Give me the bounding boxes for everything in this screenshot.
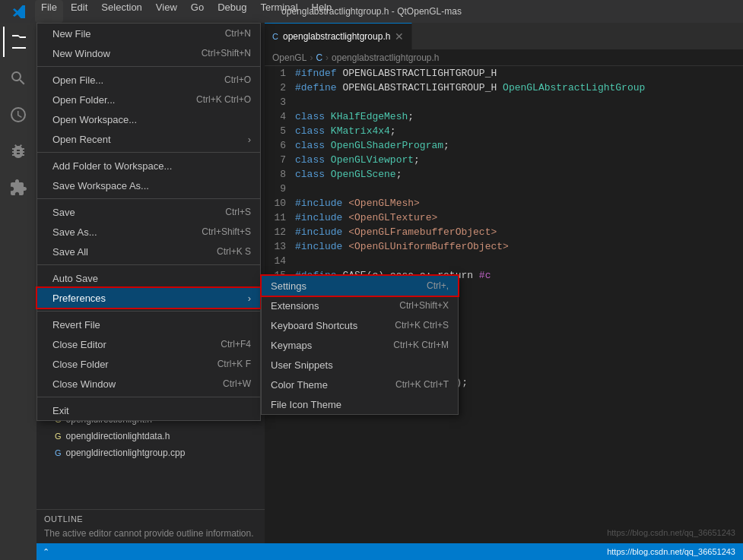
menu-new-file[interactable]: New File Ctrl+N — [37, 24, 260, 43]
pref-keymaps[interactable]: Keymaps Ctrl+K Ctrl+M — [262, 335, 458, 355]
code-line-11: 11 #include <OpenGLTexture> — [265, 210, 743, 225]
pref-extensions[interactable]: Extensions Ctrl+Shift+X — [262, 296, 458, 315]
menu-save-as[interactable]: Save As... Ctrl+Shift+S — [37, 222, 260, 242]
separator-1 — [37, 66, 260, 67]
menu-file[interactable]: File — [35, 0, 63, 23]
window-title: openglabstractlightgroup.h - QtOpenGL-ma… — [281, 6, 462, 17]
separator-5 — [37, 311, 260, 312]
statusbar-url: https://blog.csdn.net/qq_36651243 — [607, 547, 735, 556]
code-line-4: 4 class KHalfEdgeMesh; — [265, 109, 743, 124]
breadcrumb-sep-1: › — [310, 52, 313, 63]
menu-open-recent[interactable]: Open Recent › — [37, 129, 260, 149]
git-icon[interactable] — [3, 100, 33, 130]
separator-4 — [37, 264, 260, 265]
separator-3 — [37, 198, 260, 199]
outline-empty-text: The active editor cannot provide outline… — [44, 528, 257, 539]
code-line-3: 3 — [265, 95, 743, 109]
menu-save-workspace-as[interactable]: Save Workspace As... — [37, 176, 260, 195]
menu-revert-file[interactable]: Revert File — [37, 315, 260, 334]
file-item-4[interactable]: G opengldirectionlightgroup.cpp — [37, 445, 265, 461]
file-item-3[interactable]: G opengldirectionlightdata.h — [37, 428, 265, 445]
extensions-icon[interactable] — [3, 172, 33, 203]
tab-label: openglabstractlightgroup.h — [283, 31, 390, 42]
menu-open-folder[interactable]: Open Folder... Ctrl+K Ctrl+O — [37, 90, 260, 109]
menu-debug[interactable]: Debug — [211, 0, 252, 23]
pref-file-icon-theme[interactable]: File Icon Theme — [262, 394, 458, 414]
activity-bar — [0, 23, 37, 560]
tab-file-icon: C — [272, 32, 278, 41]
menu-add-folder[interactable]: Add Folder to Workspace... — [37, 156, 260, 176]
outline-title: OUTLINE — [44, 514, 257, 524]
outline-panel: OUTLINE The active editor cannot provide… — [37, 509, 265, 543]
breadcrumb: OpenGL › C › openglabstractlightgroup.h — [265, 49, 743, 66]
code-line-5: 5 class KMatrix4x4; — [265, 124, 743, 138]
watermark: https://blog.csdn.net/qq_36651243 — [607, 528, 735, 537]
file-menu-dropdown: New File Ctrl+N New Window Ctrl+Shift+N … — [37, 23, 261, 421]
app-icon — [8, 0, 30, 23]
code-line-7: 7 class OpenGLViewport; — [265, 153, 743, 167]
menu-edit[interactable]: Edit — [65, 0, 94, 23]
menu-open-file[interactable]: Open File... Ctrl+O — [37, 70, 260, 90]
code-line-14: 14 — [265, 254, 743, 268]
menu-go[interactable]: Go — [185, 0, 210, 23]
menu-view[interactable]: View — [150, 0, 183, 23]
pref-settings[interactable]: Settings Ctrl+, — [262, 276, 458, 296]
code-line-12: 12 #include <OpenGLFramebufferObject> — [265, 225, 743, 239]
breadcrumb-part-2[interactable]: C — [316, 52, 322, 63]
pref-user-snippets[interactable]: User Snippets — [262, 355, 458, 375]
code-line-13: 13 #include <OpenGLUniformBufferObject> — [265, 239, 743, 254]
preferences-submenu: Settings Ctrl+, Extensions Ctrl+Shift+X … — [261, 275, 459, 415]
editor-tabs: C openglabstractlightgroup.h ✕ — [265, 23, 743, 49]
separator-2 — [37, 152, 260, 153]
menu-close-folder[interactable]: Close Folder Ctrl+K F — [37, 354, 260, 374]
menu-auto-save[interactable]: Auto Save — [37, 268, 260, 288]
code-line-1: 1 #ifndef OPENGLABSTRACTLIGHTGROUP_H — [265, 66, 743, 81]
separator-6 — [37, 397, 260, 397]
menu-save-all[interactable]: Save All Ctrl+K S — [37, 242, 260, 261]
explorer-icon[interactable] — [3, 27, 33, 57]
menu-selection[interactable]: Selection — [95, 0, 148, 23]
menu-exit[interactable]: Exit — [37, 400, 260, 420]
titlebar: File Edit Selection View Go Debug Termin… — [0, 0, 743, 23]
code-line-6: 6 class OpenGLShaderProgram; — [265, 138, 743, 153]
code-line-9: 9 — [265, 182, 743, 196]
code-line-8: 8 class OpenGLScene; — [265, 167, 743, 182]
search-icon[interactable] — [3, 63, 33, 93]
statusbar: https://blog.csdn.net/qq_36651243 — [265, 543, 743, 560]
pref-keyboard-shortcuts[interactable]: Keyboard Shortcuts Ctrl+K Ctrl+S — [262, 315, 458, 335]
breadcrumb-sep-2: › — [325, 52, 329, 63]
menu-new-window[interactable]: New Window Ctrl+Shift+N — [37, 43, 260, 63]
sidebar-statusbar: ⌃ — [37, 543, 265, 560]
breadcrumb-part-1[interactable]: OpenGL — [272, 52, 306, 63]
menu-save[interactable]: Save Ctrl+S — [37, 202, 260, 222]
code-line-2: 2 #define OPENGLABSTRACTLIGHTGROUP_H Ope… — [265, 81, 743, 95]
breadcrumb-part-3[interactable]: openglabstractlightgroup.h — [332, 52, 439, 63]
menu-preferences[interactable]: Preferences › — [37, 288, 260, 308]
tab-close-icon[interactable]: ✕ — [395, 30, 404, 43]
menu-close-window[interactable]: Close Window Ctrl+W — [37, 374, 260, 394]
active-tab[interactable]: C openglabstractlightgroup.h ✕ — [265, 23, 412, 49]
code-line-10: 10 #include <OpenGLMesh> — [265, 196, 743, 210]
menu-close-editor[interactable]: Close Editor Ctrl+F4 — [37, 334, 260, 354]
pref-color-theme[interactable]: Color Theme Ctrl+K Ctrl+T — [262, 375, 458, 394]
menu-open-workspace[interactable]: Open Workspace... — [37, 109, 260, 129]
debug-icon[interactable] — [3, 136, 33, 166]
